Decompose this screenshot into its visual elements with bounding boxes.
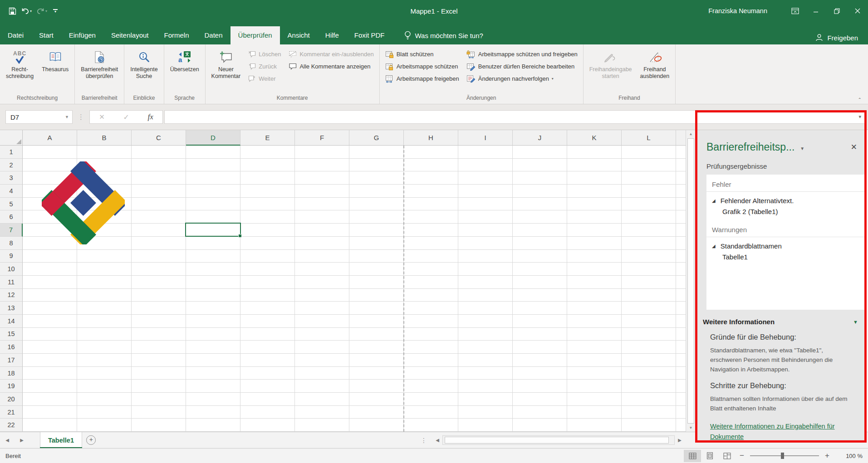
grid-cell[interactable] — [513, 354, 567, 367]
undo-dropdown-icon[interactable]: ▾ — [30, 9, 32, 13]
grid-cell[interactable] — [186, 237, 240, 250]
grid-cell[interactable] — [404, 406, 458, 419]
grid-cell[interactable] — [77, 393, 132, 406]
grid-cell[interactable] — [458, 354, 513, 367]
grid-cell[interactable] — [295, 250, 349, 263]
grid-cell[interactable] — [77, 354, 132, 367]
row-header[interactable]: 7 — [0, 224, 23, 237]
grid-cell[interactable] — [622, 328, 676, 341]
grid-cell[interactable] — [186, 328, 240, 341]
vertical-scroll-thumb[interactable] — [687, 138, 694, 424]
grid-cell[interactable] — [349, 419, 404, 432]
protect-and-share-workbook-button[interactable]: Arbeitsmappe schützen und freigeben — [463, 48, 581, 60]
tab-daten[interactable]: Daten — [197, 26, 230, 44]
grid-cell[interactable] — [622, 393, 676, 406]
grid-cell[interactable] — [186, 406, 240, 419]
grid-cell[interactable] — [77, 341, 132, 354]
grid-cell[interactable] — [458, 276, 513, 289]
row-header[interactable]: 21 — [0, 406, 23, 419]
grid-cell[interactable] — [186, 171, 240, 185]
grid-cell[interactable] — [240, 210, 295, 224]
grid-cell[interactable] — [186, 341, 240, 354]
grid-cell[interactable] — [23, 367, 77, 380]
grid-cell[interactable] — [513, 224, 567, 237]
share-workbook-button[interactable]: Arbeitsmappe freigeben — [382, 73, 463, 85]
grid-cell[interactable] — [77, 406, 132, 419]
grid-cell[interactable] — [458, 263, 513, 276]
grid-cell[interactable] — [240, 406, 295, 419]
grid-cell[interactable] — [513, 250, 567, 263]
grid-cell[interactable] — [240, 146, 295, 159]
tab-formeln[interactable]: Formeln — [157, 26, 197, 44]
grid-cell[interactable] — [186, 367, 240, 380]
restore-button[interactable] — [826, 0, 847, 22]
grid-cell[interactable] — [132, 276, 186, 289]
grid-cell[interactable] — [295, 367, 349, 380]
grid-cell[interactable] — [186, 210, 240, 224]
grid-cell[interactable] — [132, 237, 186, 250]
grid-cell[interactable] — [295, 315, 349, 328]
grid-cell[interactable] — [132, 406, 186, 419]
row-header[interactable]: 13 — [0, 302, 23, 315]
grid-cell[interactable] — [622, 210, 676, 224]
grid-cell[interactable] — [186, 315, 240, 328]
column-header[interactable]: F — [295, 130, 349, 146]
grid-cell[interactable] — [349, 185, 404, 198]
show-all-comments-button[interactable]: Alle Kommentare anzeigen — [284, 60, 377, 73]
grid-cell[interactable] — [458, 341, 513, 354]
grid-cell[interactable] — [349, 354, 404, 367]
grid-cell[interactable] — [458, 237, 513, 250]
grid-cell[interactable] — [458, 315, 513, 328]
grid-cell[interactable] — [349, 159, 404, 172]
grid-cell[interactable] — [295, 198, 349, 211]
grid-cell[interactable] — [567, 276, 622, 289]
grid-cell[interactable] — [567, 210, 622, 224]
grid-cell[interactable] — [349, 276, 404, 289]
signed-in-user[interactable]: Franziska Neumann — [708, 7, 767, 15]
grid-cell[interactable] — [132, 302, 186, 315]
grid-cell[interactable] — [404, 367, 458, 380]
grid-cell[interactable] — [186, 146, 240, 159]
grid-cell[interactable] — [622, 185, 676, 198]
grid-cell[interactable] — [132, 224, 186, 237]
column-header[interactable]: B — [77, 130, 132, 146]
grid-cell[interactable] — [295, 224, 349, 237]
tab-foxit-pdf[interactable]: Foxit PDF — [347, 26, 392, 44]
grid-cell[interactable] — [186, 250, 240, 263]
grid-cell[interactable] — [295, 406, 349, 419]
grid-cell[interactable] — [77, 367, 132, 380]
grid-cell[interactable] — [295, 328, 349, 341]
grid-cell[interactable] — [404, 289, 458, 302]
column-header[interactable]: C — [132, 130, 186, 146]
grid-cell[interactable] — [23, 406, 77, 419]
grid-cell[interactable] — [404, 354, 458, 367]
grid-cell[interactable] — [295, 380, 349, 393]
grid-cell[interactable] — [186, 289, 240, 302]
grid-cell[interactable] — [132, 328, 186, 341]
grid-cell[interactable] — [404, 159, 458, 172]
grid-cell[interactable] — [458, 185, 513, 198]
scroll-up-icon[interactable]: ▲ — [686, 132, 696, 136]
grid-cell[interactable] — [513, 276, 567, 289]
grid-cell[interactable] — [23, 315, 77, 328]
grid-cell[interactable] — [567, 159, 622, 172]
row-header[interactable]: 15 — [0, 328, 23, 341]
tab-seitenlayout[interactable]: Seitenlayout — [103, 26, 157, 44]
more-info-header[interactable]: Weitere Informationen ▼ — [697, 310, 865, 326]
grid-cell[interactable] — [513, 146, 567, 159]
error-item[interactable]: ◢ Fehlender Alternativtext. — [706, 192, 865, 205]
grid-cell[interactable] — [240, 159, 295, 172]
minimize-button[interactable] — [805, 0, 826, 22]
grid-cell[interactable] — [240, 198, 295, 211]
grid-cell[interactable] — [23, 146, 77, 159]
page-layout-view-button[interactable] — [701, 450, 718, 462]
grid-cell[interactable] — [513, 393, 567, 406]
column-header[interactable]: D — [186, 130, 240, 146]
grid-cell[interactable] — [458, 380, 513, 393]
active-cell-selection[interactable] — [185, 223, 241, 237]
translate-button[interactable]: a Übersetzen — [166, 47, 203, 80]
row-header[interactable]: 11 — [0, 276, 23, 289]
page-break-preview-button[interactable] — [718, 450, 736, 462]
horizontal-scroll-thumb[interactable] — [445, 437, 669, 444]
grid-cell[interactable] — [567, 146, 622, 159]
